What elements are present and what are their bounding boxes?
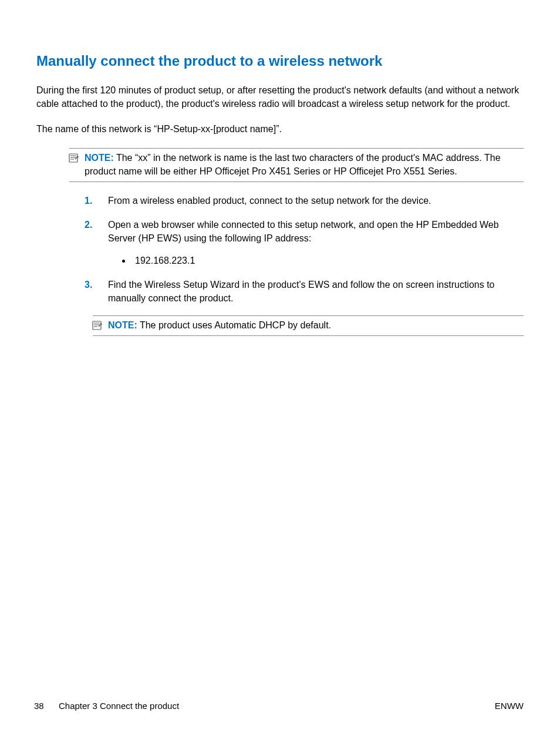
note-text: The “xx” in the network is name is the l…: [85, 153, 501, 176]
note-block: NOTE: The “xx” in the network is name is…: [69, 148, 524, 182]
body-paragraph: During the first 120 minutes of product …: [36, 83, 524, 110]
sub-bullet-item: 192.168.223.1: [131, 254, 524, 267]
step-item: Open a web browser while connected to th…: [85, 218, 524, 267]
step-text: Open a web browser while connected to th…: [108, 220, 499, 243]
step-item: From a wireless enabled product, connect…: [85, 194, 524, 207]
note-icon: [92, 320, 103, 334]
ordered-steps: From a wireless enabled product, connect…: [36, 194, 524, 305]
page-number: 38: [34, 701, 48, 711]
page-footer: 38 Chapter 3 Connect the product ENWW: [34, 701, 524, 711]
sub-bullet-list: 192.168.223.1: [131, 254, 524, 267]
note-label: NOTE:: [85, 153, 114, 163]
body-paragraph: The name of this network is “HP-Setup-xx…: [36, 122, 524, 136]
step-text: From a wireless enabled product, connect…: [108, 196, 431, 206]
chapter-label: Chapter 3 Connect the product: [59, 701, 179, 711]
step-item: Find the Wireless Setup Wizard in the pr…: [85, 278, 524, 305]
step-text: Find the Wireless Setup Wizard in the pr…: [108, 280, 494, 303]
note-text: The product uses Automatic DHCP by defau…: [140, 320, 331, 330]
note-block: NOTE: The product uses Automatic DHCP by…: [93, 315, 524, 336]
section-heading: Manually connect the product to a wirele…: [36, 53, 524, 69]
language-code: ENWW: [495, 701, 524, 711]
note-label: NOTE:: [108, 320, 137, 330]
note-icon: [68, 152, 80, 166]
document-page: Manually connect the product to a wirele…: [0, 0, 560, 336]
